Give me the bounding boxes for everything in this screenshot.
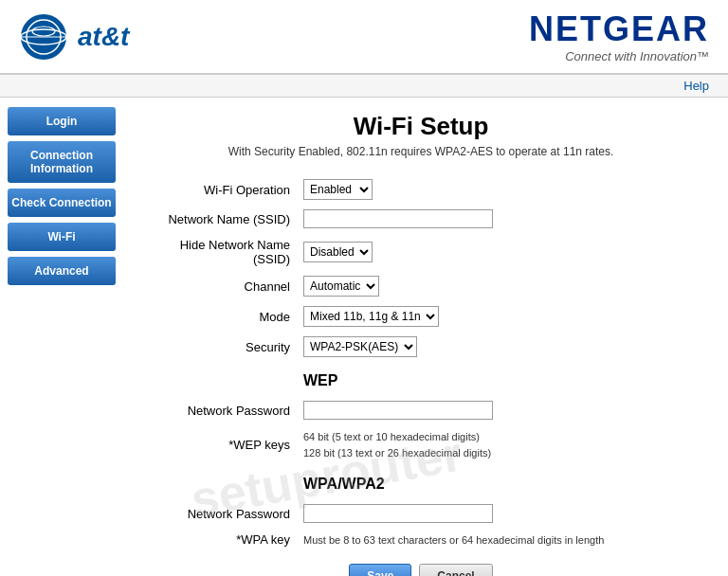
netgear-brand-title: NETGEAR [529,9,709,49]
label-wpa-password: Network Password [144,500,296,527]
label-wpa-key: *WPA key [144,529,296,550]
help-link[interactable]: Help [683,79,709,93]
sidebar-item-advanced[interactable]: Advanced [8,257,116,285]
input-wep-password[interactable] [303,401,493,420]
label-mode: Mode [144,302,296,331]
header: at&t NETGEAR Connect with Innovation™ [0,0,728,75]
row-wifi-operation: Wi-Fi Operation Enabled Disabled [144,175,698,204]
row-network-name: Network Name (SSID) [144,206,698,232]
row-wep-password: Network Password [144,397,698,423]
select-security[interactable]: WPA2-PSK(AES) WPA-PSK(TKIP) WEP None [303,336,417,357]
row-wpa-password: Network Password [144,500,698,527]
row-wep-header: WEP [144,363,698,395]
input-wpa-password[interactable] [303,504,493,523]
netgear-logo: NETGEAR Connect with Innovation™ [529,9,709,63]
help-bar: Help [0,75,728,98]
content-area: setuprouter Wi-Fi Setup With Security En… [123,98,728,576]
label-wep-keys: *WEP keys [144,425,296,464]
form-buttons: Save Cancel [142,564,700,576]
sidebar-item-check-connection[interactable]: Check Connection [8,189,116,217]
att-logo: at&t [19,12,129,62]
save-button[interactable]: Save [349,564,411,576]
row-mode: Mode Mixed 11b, 11g & 11n 11b only 11g o… [144,302,698,331]
wep-info-text: 64 bit (5 text or 10 hexadecimal digits)… [303,429,692,460]
select-hide-network[interactable]: Disabled Enabled [303,242,373,262]
wep-section-header: WEP [303,367,692,391]
label-network-name: Network Name (SSID) [144,206,296,232]
row-wpa-key-note: *WPA key Must be 8 to 63 text characters… [144,529,698,550]
main-layout: Login Connection Information Check Conne… [0,98,728,576]
wifi-form-table: Wi-Fi Operation Enabled Disabled Network… [142,173,700,552]
att-brand-text: at&t [78,22,129,52]
label-wifi-operation: Wi-Fi Operation [144,175,296,204]
label-security: Security [144,333,296,361]
select-mode[interactable]: Mixed 11b, 11g & 11n 11b only 11g only 1… [303,306,439,327]
sidebar-item-connection-information[interactable]: Connection Information [8,141,116,183]
att-logo-icon [19,12,68,62]
sidebar-item-login[interactable]: Login [8,107,116,135]
input-network-name[interactable] [303,209,493,228]
label-channel: Channel [144,272,296,300]
page-title: Wi-Fi Setup [142,112,700,141]
label-wep-password: Network Password [144,397,296,423]
select-wifi-operation[interactable]: Enabled Disabled [303,179,373,200]
row-wpa-header: WPA/WPA2 [144,466,698,498]
page-subtitle: With Security Enabled, 802.11n requires … [142,145,700,158]
netgear-brand-subtitle: Connect with Innovation™ [529,49,709,63]
row-hide-network: Hide Network Name (SSID) Disabled Enable… [144,234,698,270]
label-hide-network: Hide Network Name (SSID) [144,234,296,270]
wpa-section-header: WPA/WPA2 [303,470,692,495]
row-security: Security WPA2-PSK(AES) WPA-PSK(TKIP) WEP… [144,333,698,361]
sidebar-item-wifi[interactable]: Wi-Fi [8,223,116,251]
cancel-button[interactable]: Cancel [419,564,492,576]
wep-info-line2: 128 bit (13 text or 26 hexadecimal digit… [303,447,491,459]
wpa-key-note-text: Must be 8 to 63 text characters or 64 he… [303,534,604,546]
sidebar: Login Connection Information Check Conne… [0,98,123,576]
row-wep-keys-info: *WEP keys 64 bit (5 text or 10 hexadecim… [144,425,698,464]
select-channel[interactable]: Automatic 1234 5678 91011 [303,276,379,297]
wep-info-line1: 64 bit (5 text or 10 hexadecimal digits) [303,431,480,442]
row-channel: Channel Automatic 1234 5678 91011 [144,272,698,300]
